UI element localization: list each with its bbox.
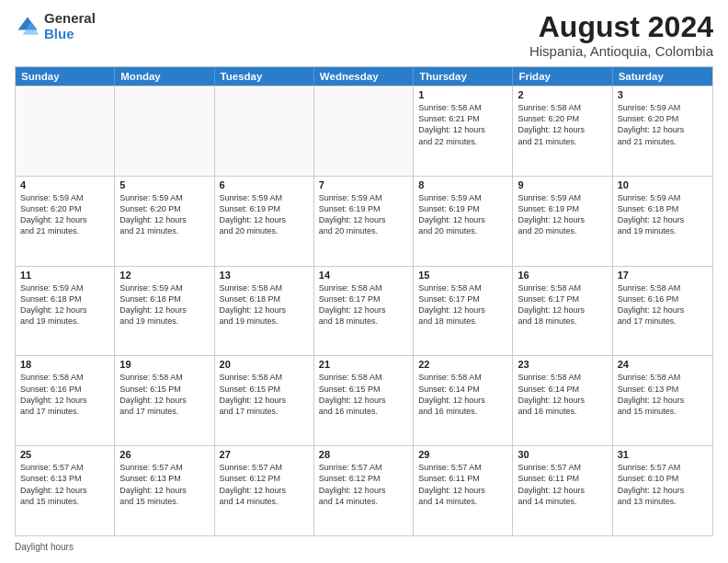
day-cell-1: 1Sunrise: 5:58 AM Sunset: 6:21 PM Daylig… [414,86,513,176]
day-cell-9: 9Sunrise: 5:59 AM Sunset: 6:19 PM Daylig… [513,177,612,266]
day-header-wednesday: Wednesday [314,67,414,86]
calendar-body: 1Sunrise: 5:58 AM Sunset: 6:21 PM Daylig… [16,86,712,535]
day-info: Sunrise: 5:59 AM Sunset: 6:18 PM Dayligh… [20,282,109,327]
day-header-sunday: Sunday [16,67,115,86]
day-number: 11 [20,270,109,281]
day-header-monday: Monday [115,67,214,86]
day-info: Sunrise: 5:59 AM Sunset: 6:18 PM Dayligh… [618,192,708,237]
day-info: Sunrise: 5:59 AM Sunset: 6:19 PM Dayligh… [518,192,607,237]
day-cell-20: 20Sunrise: 5:58 AM Sunset: 6:15 PM Dayli… [215,356,314,445]
day-header-tuesday: Tuesday [215,67,314,86]
day-number: 17 [618,270,708,281]
day-number: 12 [119,270,209,281]
logo: General Blue [15,11,96,41]
day-number: 8 [418,179,507,190]
week-row-4: 18Sunrise: 5:58 AM Sunset: 6:16 PM Dayli… [16,355,712,445]
day-cell-23: 23Sunrise: 5:58 AM Sunset: 6:14 PM Dayli… [513,356,612,445]
calendar: SundayMondayTuesdayWednesdayThursdayFrid… [15,66,713,536]
day-cell-14: 14Sunrise: 5:58 AM Sunset: 6:17 PM Dayli… [314,267,414,356]
day-number: 13 [220,270,309,281]
week-row-1: 1Sunrise: 5:58 AM Sunset: 6:21 PM Daylig… [16,86,712,176]
day-cell-25: 25Sunrise: 5:57 AM Sunset: 6:13 PM Dayli… [16,446,115,535]
day-number: 22 [418,359,507,370]
empty-cell [314,86,414,176]
header: General Blue August 2024 Hispania, Antio… [15,11,713,59]
day-cell-22: 22Sunrise: 5:58 AM Sunset: 6:14 PM Dayli… [414,356,513,445]
page: General Blue August 2024 Hispania, Antio… [0,0,728,563]
day-header-saturday: Saturday [613,67,712,86]
logo-icon [15,14,40,40]
footer: Daylight hours [15,542,713,552]
footer-text: Daylight hours [15,542,74,552]
empty-cell [16,86,115,176]
day-number: 15 [418,270,507,281]
day-number: 10 [618,179,708,190]
subtitle: Hispania, Antioquia, Colombia [529,43,713,59]
day-info: Sunrise: 5:59 AM Sunset: 6:19 PM Dayligh… [319,192,408,237]
day-info: Sunrise: 5:58 AM Sunset: 6:18 PM Dayligh… [220,282,309,327]
day-info: Sunrise: 5:58 AM Sunset: 6:14 PM Dayligh… [418,372,507,417]
day-info: Sunrise: 5:57 AM Sunset: 6:12 PM Dayligh… [220,462,309,507]
day-cell-19: 19Sunrise: 5:58 AM Sunset: 6:15 PM Dayli… [115,356,214,445]
day-number: 28 [319,449,408,460]
day-number: 3 [618,89,708,100]
month-title: August 2024 [529,11,713,43]
day-number: 27 [220,449,309,460]
day-info: Sunrise: 5:58 AM Sunset: 6:15 PM Dayligh… [220,372,309,417]
day-number: 20 [220,359,309,370]
day-cell-13: 13Sunrise: 5:58 AM Sunset: 6:18 PM Dayli… [215,267,314,356]
day-info: Sunrise: 5:58 AM Sunset: 6:16 PM Dayligh… [618,282,708,327]
day-cell-18: 18Sunrise: 5:58 AM Sunset: 6:16 PM Dayli… [16,356,115,445]
day-cell-11: 11Sunrise: 5:59 AM Sunset: 6:18 PM Dayli… [16,267,115,356]
day-number: 7 [319,179,408,190]
day-header-friday: Friday [513,67,612,86]
day-cell-29: 29Sunrise: 5:57 AM Sunset: 6:11 PM Dayli… [414,446,513,535]
day-number: 1 [418,89,507,100]
day-cell-28: 28Sunrise: 5:57 AM Sunset: 6:12 PM Dayli… [314,446,414,535]
day-number: 24 [618,359,708,370]
title-block: August 2024 Hispania, Antioquia, Colombi… [529,11,713,59]
calendar-header: SundayMondayTuesdayWednesdayThursdayFrid… [16,67,712,86]
day-number: 9 [518,179,607,190]
day-cell-26: 26Sunrise: 5:57 AM Sunset: 6:13 PM Dayli… [115,446,214,535]
day-info: Sunrise: 5:59 AM Sunset: 6:20 PM Dayligh… [20,192,109,237]
day-info: Sunrise: 5:58 AM Sunset: 6:17 PM Dayligh… [319,282,408,327]
day-cell-6: 6Sunrise: 5:59 AM Sunset: 6:19 PM Daylig… [215,177,314,266]
day-cell-16: 16Sunrise: 5:58 AM Sunset: 6:17 PM Dayli… [513,267,612,356]
day-cell-2: 2Sunrise: 5:58 AM Sunset: 6:20 PM Daylig… [513,86,612,176]
day-info: Sunrise: 5:57 AM Sunset: 6:11 PM Dayligh… [518,462,607,507]
day-number: 26 [119,449,209,460]
day-number: 21 [319,359,408,370]
week-row-2: 4Sunrise: 5:59 AM Sunset: 6:20 PM Daylig… [16,176,712,266]
day-info: Sunrise: 5:59 AM Sunset: 6:20 PM Dayligh… [119,192,209,237]
day-info: Sunrise: 5:58 AM Sunset: 6:16 PM Dayligh… [20,372,109,417]
day-info: Sunrise: 5:57 AM Sunset: 6:11 PM Dayligh… [418,462,507,507]
day-number: 5 [119,179,209,190]
day-cell-7: 7Sunrise: 5:59 AM Sunset: 6:19 PM Daylig… [314,177,414,266]
day-cell-3: 3Sunrise: 5:59 AM Sunset: 6:20 PM Daylig… [613,86,712,176]
day-number: 16 [518,270,607,281]
day-header-thursday: Thursday [414,67,513,86]
week-row-3: 11Sunrise: 5:59 AM Sunset: 6:18 PM Dayli… [16,266,712,356]
day-cell-27: 27Sunrise: 5:57 AM Sunset: 6:12 PM Dayli… [215,446,314,535]
day-info: Sunrise: 5:59 AM Sunset: 6:19 PM Dayligh… [220,192,309,237]
day-info: Sunrise: 5:59 AM Sunset: 6:19 PM Dayligh… [418,192,507,237]
day-cell-5: 5Sunrise: 5:59 AM Sunset: 6:20 PM Daylig… [115,177,214,266]
day-number: 6 [220,179,309,190]
day-cell-10: 10Sunrise: 5:59 AM Sunset: 6:18 PM Dayli… [613,177,712,266]
day-info: Sunrise: 5:58 AM Sunset: 6:17 PM Dayligh… [518,282,607,327]
day-cell-15: 15Sunrise: 5:58 AM Sunset: 6:17 PM Dayli… [414,267,513,356]
day-info: Sunrise: 5:58 AM Sunset: 6:17 PM Dayligh… [418,282,507,327]
logo-general: General [44,10,96,26]
day-cell-21: 21Sunrise: 5:58 AM Sunset: 6:15 PM Dayli… [314,356,414,445]
day-cell-8: 8Sunrise: 5:59 AM Sunset: 6:19 PM Daylig… [414,177,513,266]
day-number: 30 [518,449,607,460]
day-number: 4 [20,179,109,190]
day-info: Sunrise: 5:58 AM Sunset: 6:15 PM Dayligh… [119,372,209,417]
day-info: Sunrise: 5:57 AM Sunset: 6:12 PM Dayligh… [319,462,408,507]
day-info: Sunrise: 5:58 AM Sunset: 6:21 PM Dayligh… [418,102,507,147]
day-number: 29 [418,449,507,460]
day-number: 23 [518,359,607,370]
day-number: 18 [20,359,109,370]
logo-text: General Blue [44,11,96,41]
